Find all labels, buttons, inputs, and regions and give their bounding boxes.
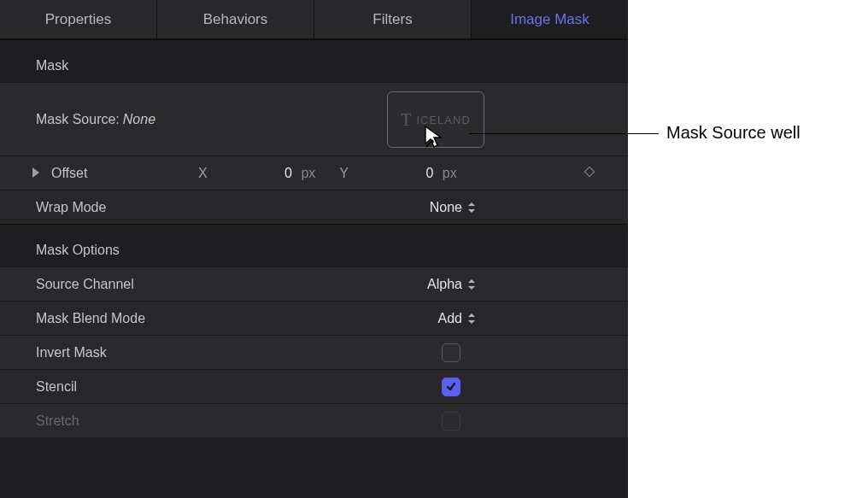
offset-label-text: Offset [51,166,87,180]
stencil-checkbox[interactable] [442,378,460,396]
divider [0,224,628,231]
row-mask-source: Mask Source: None T ICELAND [0,82,628,155]
row-offset: Offset X 0 px Y 0 px [0,155,628,190]
row-mask-blend-mode: Mask Blend Mode Add [0,301,628,335]
row-stretch: Stretch [0,403,628,437]
mask-source-value: None [123,112,155,127]
tab-label: Image Mask [510,11,589,28]
offset-y-axis-label: Y [339,166,358,181]
callout-leader-line [469,133,659,134]
popup-arrows-icon [467,313,476,325]
row-wrap-mode: Wrap Mode None [0,190,628,224]
wrap-mode-label: Wrap Mode [36,200,198,215]
row-stencil: Stencil [0,369,628,403]
offset-y-value: 0 [382,166,433,181]
offset-x-axis-label: X [198,166,217,181]
popup-arrows-icon [467,202,476,214]
tab-label: Properties [45,11,111,28]
tab-properties[interactable]: Properties [0,0,157,38]
text-type-icon: T [401,110,411,130]
offset-y-field[interactable]: 0 px [382,166,456,181]
tab-behaviors[interactable]: Behaviors [157,0,314,38]
tab-label: Filters [372,11,412,28]
invert-mask-label: Invert Mask [36,345,198,360]
mask-source-label: Mask Source: [36,112,120,127]
tab-label: Behaviors [203,11,268,28]
stretch-checkbox [442,412,460,431]
well-preview-text: ICELAND [416,114,470,126]
offset-y-unit: px [443,166,457,180]
mask-source-well[interactable]: T ICELAND [387,91,484,148]
invert-mask-checkbox[interactable] [442,343,460,362]
row-invert-mask: Invert Mask [0,335,628,369]
tab-image-mask[interactable]: Image Mask [472,0,628,38]
wrap-mode-select[interactable]: None [198,200,613,215]
source-channel-label: Source Channel [36,277,198,292]
divider [0,39,628,46]
checkmark-icon [445,381,457,393]
source-channel-value: Alpha [427,277,462,292]
offset-x-value: 0 [241,166,292,181]
inspector-panel: Properties Behaviors Filters Image Mask … [0,0,628,498]
stretch-label: Stretch [36,413,198,429]
row-source-channel: Source Channel Alpha [0,267,628,301]
inspector-tabs: Properties Behaviors Filters Image Mask [0,0,628,39]
mask-blend-mode-select[interactable]: Add [198,311,613,326]
disclosure-triangle-icon[interactable] [32,167,39,178]
mask-blend-mode-value: Add [438,311,462,326]
callout-label: Mask Source well [666,123,801,143]
wrap-mode-value: None [430,200,462,215]
mask-blend-mode-label: Mask Blend Mode [36,311,198,326]
offset-fields: X 0 px Y 0 px [198,166,613,181]
popup-arrows-icon [467,278,476,290]
tab-filters[interactable]: Filters [314,0,472,38]
section-header-mask-options: Mask Options [0,231,628,267]
source-channel-select[interactable]: Alpha [198,277,613,292]
section-header-mask: Mask [0,46,628,82]
stencil-label: Stencil [36,379,198,395]
offset-x-field[interactable]: 0 px [241,166,315,181]
offset-x-unit: px [301,166,315,180]
svg-rect-0 [584,167,594,176]
keyframe-diamond-icon[interactable] [584,166,595,181]
offset-label[interactable]: Offset [36,166,198,181]
